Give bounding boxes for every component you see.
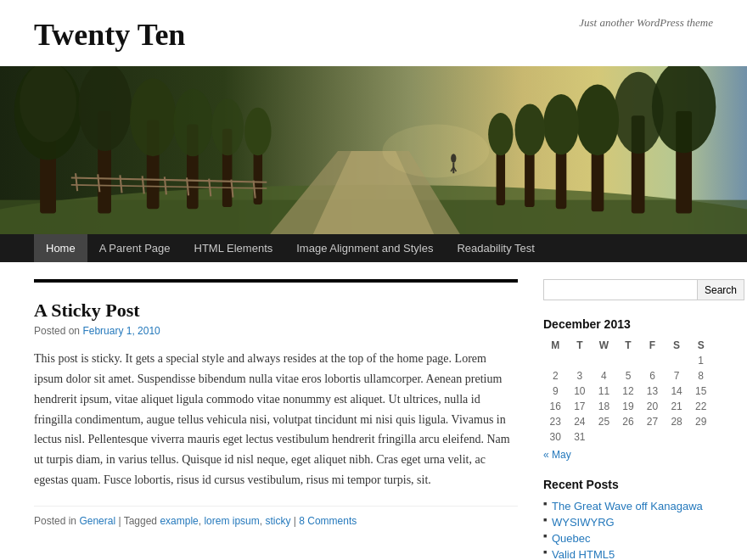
nav-link-image[interactable]: Image Alignment and Styles [284,234,445,262]
svg-point-13 [173,89,212,157]
nav-link-html[interactable]: HTML Elements [183,234,285,262]
cal-day: 22 [688,399,713,414]
post-comments-link[interactable]: 8 Comments [299,515,357,527]
cal-header-w: W [592,338,616,353]
recent-post-link[interactable]: The Great Wave off Kanagawa [552,500,703,512]
cal-day: 10 [568,384,593,399]
post: A Sticky Post Posted on February 1, 2010… [34,279,518,527]
cal-day: 11 [592,384,616,399]
search-input[interactable] [543,279,698,300]
cal-header-t2: T [616,338,641,353]
cal-day [665,353,689,368]
svg-point-25 [543,94,579,154]
cal-day [688,429,713,445]
calendar-widget: December 2013 M T W T F S S [543,317,713,461]
cal-day: 23 [543,414,568,429]
cal-day: 16 [543,399,568,414]
cal-day [592,429,616,445]
cal-header-t1: T [568,338,593,353]
nav-item-html[interactable]: HTML Elements [183,234,285,262]
sidebar: Search December 2013 M T W T F S S [543,279,713,560]
cal-day: 5 [616,368,641,384]
nav-link-parent[interactable]: A Parent Page [87,234,183,262]
svg-point-23 [576,85,619,156]
recent-post-item: Quebec [543,530,713,546]
recent-posts-title: Recent Posts [543,478,713,491]
cal-day: 30 [543,429,568,445]
cal-day: 9 [543,384,568,399]
site-header: Twenty Ten Just another WordPress theme [0,0,747,66]
cal-day [568,353,593,368]
calendar-table: M T W T F S S 12345678910111213141516171… [543,338,713,445]
nav-item-home[interactable]: Home [34,234,87,262]
search-box: Search [543,279,713,300]
cal-day: 29 [688,414,713,429]
post-date-link[interactable]: February 1, 2010 [82,325,160,337]
cal-day [665,429,689,445]
svg-point-45 [382,125,489,178]
cal-header-s2: S [688,338,713,353]
search-button[interactable]: Search [698,279,744,300]
cal-day: 25 [592,414,616,429]
cal-header-s1: S [665,338,689,353]
post-footer: Posted in General | Tagged example, lore… [34,506,518,527]
calendar-title: December 2013 [543,317,713,331]
nav-item-image[interactable]: Image Alignment and Styles [284,234,445,262]
cal-day: 27 [640,414,665,429]
cal-header-m: M [543,338,568,353]
svg-point-27 [515,104,546,156]
tagged-label: Tagged [124,515,157,527]
cal-day: 24 [568,414,593,429]
main-nav: Home A Parent Page HTML Elements Image A… [0,234,747,262]
tag-sticky[interactable]: sticky [265,515,290,527]
cal-day: 18 [592,399,616,414]
cal-day: 20 [640,399,665,414]
svg-point-17 [244,108,271,156]
recent-post-link[interactable]: WYSIWYRG [552,516,615,529]
cal-day: 17 [568,399,593,414]
nav-item-readability[interactable]: Readability Test [445,234,547,262]
nav-link-readability[interactable]: Readability Test [445,234,547,262]
cal-day: 12 [616,384,641,399]
recent-post-item: The Great Wave off Kanagawa [543,498,713,514]
recent-post-item: WYSIWYRG [543,514,713,530]
recent-post-link[interactable]: Valid HTML5 [552,548,615,560]
cal-day: 19 [616,399,641,414]
cal-day: 1 [688,353,713,368]
cal-day: 31 [568,429,593,445]
cal-day: 2 [543,368,568,384]
hero-banner [0,66,747,234]
cal-day: 3 [568,368,593,384]
recent-post-link[interactable]: Quebec [552,532,591,545]
post-date: Posted on February 1, 2010 [34,325,518,337]
cal-day: 14 [665,384,689,399]
calendar-prev-link[interactable]: « May [543,449,571,461]
svg-point-15 [211,98,244,155]
cal-day: 21 [665,399,689,414]
cal-day: 7 [665,368,689,384]
svg-point-9 [78,66,132,151]
cal-day: 6 [640,368,665,384]
nav-item-parent[interactable]: A Parent Page [87,234,183,262]
cal-day: 13 [640,384,665,399]
post-category-link[interactable]: General [79,515,115,527]
recent-post-item: Valid HTML5 [543,546,713,560]
tag-lorem[interactable]: lorem ipsum [204,515,259,527]
site-description: Just another WordPress theme [579,16,713,30]
nav-link-home[interactable]: Home [34,234,87,262]
tag-example[interactable]: example [160,515,198,527]
cal-day [616,429,641,445]
svg-point-21 [614,72,664,154]
post-content: This post is sticky. It gets a special s… [34,349,518,490]
cal-day: 8 [688,368,713,384]
cal-header-f: F [640,338,665,353]
posted-on-label: Posted on [34,325,80,337]
cal-day: 4 [592,368,616,384]
cal-day: 26 [616,414,641,429]
cal-day [543,353,568,368]
svg-point-29 [488,113,513,155]
recent-posts-widget: Recent Posts The Great Wave off Kanagawa… [543,478,713,560]
cal-day: 28 [665,414,689,429]
cal-day: 15 [688,384,713,399]
cal-day [592,353,616,368]
